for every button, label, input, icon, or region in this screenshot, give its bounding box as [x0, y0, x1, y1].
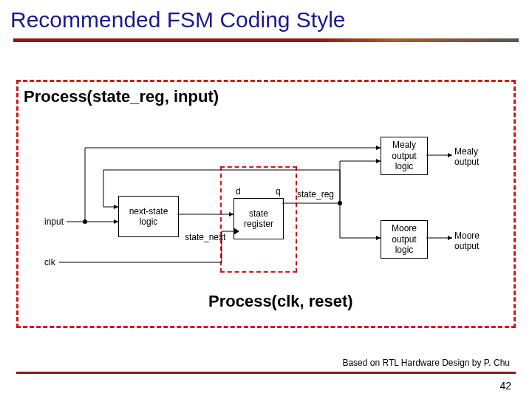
block-state-register: state register [233, 198, 284, 239]
block-moore-l2: output [392, 234, 416, 245]
process-bottom-label: Process(clk, reset) [208, 292, 353, 311]
label-clk: clk [44, 257, 55, 267]
block-mealy-l1: Mealy [392, 140, 416, 150]
block-next-state-logic: next-state logic [118, 196, 179, 237]
process-top-label: Process(state_reg, input) [24, 87, 219, 106]
label-state-next: state_next [185, 232, 225, 242]
page-number: 42 [499, 380, 511, 392]
block-mealy-l3: logic [395, 161, 414, 171]
label-moore-output: Moore output [454, 231, 480, 251]
title-underline [13, 38, 519, 42]
block-moore-l3: logic [395, 245, 414, 255]
block-moore-logic: Moore output logic [381, 220, 428, 259]
block-next-state-l1: next-state [129, 206, 168, 216]
block-mealy-logic: Mealy output logic [381, 137, 428, 175]
label-state-reg: state_reg [297, 189, 334, 200]
slide-title: Recommended FSM Coding Style [0, 0, 532, 35]
footer-rule [16, 372, 516, 374]
block-register-l2: register [244, 219, 273, 229]
block-mealy-l2: output [392, 151, 416, 161]
block-moore-l1: Moore [392, 223, 417, 233]
block-next-state-l2: logic [140, 216, 158, 227]
label-input: input [44, 216, 64, 227]
block-register-l1: state [249, 208, 268, 219]
clock-triangle-icon [233, 228, 239, 235]
label-mealy-output: Mealy output [454, 146, 479, 167]
label-d: d [236, 186, 241, 197]
footer-credit: Based on RTL Hardware Design by P. Chu [342, 358, 510, 368]
label-q: q [276, 186, 281, 197]
